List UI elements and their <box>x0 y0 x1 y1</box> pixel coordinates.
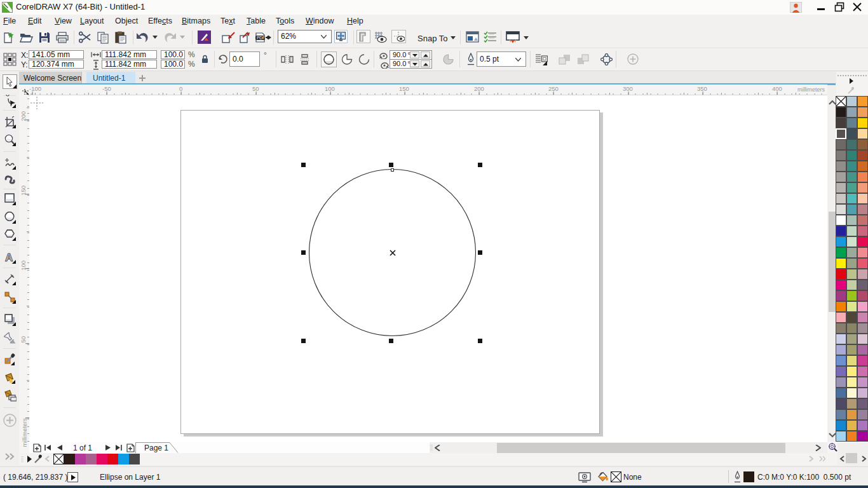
svg-text:PDF: PDF <box>257 36 265 40</box>
svg-text:A: A <box>5 252 13 264</box>
